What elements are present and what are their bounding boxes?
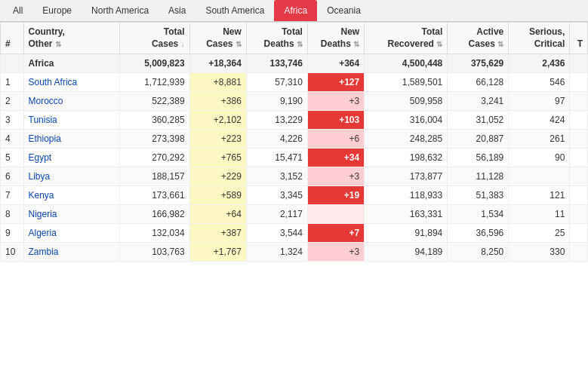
cell-serious — [509, 167, 570, 186]
col-total-recovered[interactable]: TotalRecovered ⇅ — [365, 23, 448, 54]
cell-country[interactable]: Kenya — [23, 186, 119, 205]
cell-total-deaths: 4,226 — [246, 130, 307, 149]
covid-table: # Country,Other ⇅ TotalCases ↓ NewCases … — [0, 22, 588, 262]
table-row: 7Kenya173,661+5893,345+19118,93351,38312… — [1, 186, 588, 205]
tab-africa[interactable]: Africa — [274, 0, 317, 21]
col-new-cases[interactable]: NewCases ⇅ — [189, 23, 246, 54]
cell-total-recovered: 118,933 — [365, 186, 448, 205]
cell-t — [570, 205, 588, 224]
cell-total-deaths: 3,345 — [246, 186, 307, 205]
cell-country[interactable]: Egypt — [23, 149, 119, 167]
cell-country[interactable]: South Africa — [23, 73, 119, 92]
cell-t — [570, 243, 588, 262]
table-row: 9Algeria132,034+3873,544+791,89436,59625 — [1, 224, 588, 243]
cell-t — [570, 111, 588, 130]
cell-country[interactable]: Nigeria — [23, 205, 119, 224]
cell-serious: 261 — [509, 130, 570, 149]
cell-country[interactable]: Morocco — [23, 92, 119, 111]
cell-total-recovered: 91,894 — [365, 224, 448, 243]
cell-new-deaths: +6 — [307, 130, 364, 149]
summary-label: Africa — [23, 54, 119, 73]
cell-active-cases: 11,128 — [448, 167, 509, 186]
summary-new-deaths: +364 — [307, 54, 364, 73]
cell-total-recovered: 509,958 — [365, 92, 448, 111]
cell-t — [570, 186, 588, 205]
cell-serious: 424 — [509, 111, 570, 130]
col-active-cases[interactable]: ActiveCases ⇅ — [448, 23, 509, 54]
cell-t — [570, 73, 588, 92]
summary-total-recovered: 4,500,448 — [365, 54, 448, 73]
cell-total-deaths: 15,471 — [246, 149, 307, 167]
cell-country[interactable]: Ethiopia — [23, 130, 119, 149]
cell-new-deaths: +3 — [307, 92, 364, 111]
cell-total-cases: 360,285 — [119, 111, 189, 130]
cell-total-recovered: 173,877 — [365, 167, 448, 186]
cell-total-deaths: 1,324 — [246, 243, 307, 262]
cell-total-deaths: 3,544 — [246, 224, 307, 243]
tab-asia[interactable]: Asia — [159, 0, 195, 21]
cell-new-cases: +765 — [189, 149, 246, 167]
cell-country[interactable]: Libya — [23, 167, 119, 186]
summary-active-cases: 375,629 — [448, 54, 509, 73]
tab-all[interactable]: All — [3, 0, 32, 21]
cell-total-recovered: 163,331 — [365, 205, 448, 224]
col-new-deaths[interactable]: NewDeaths ⇅ — [307, 23, 364, 54]
cell-country[interactable]: Tunisia — [23, 111, 119, 130]
col-total-cases[interactable]: TotalCases ↓ — [119, 23, 189, 54]
cell-new-cases: +387 — [189, 224, 246, 243]
cell-rank: 5 — [1, 149, 24, 167]
cell-total-cases: 166,982 — [119, 205, 189, 224]
cell-rank: 1 — [1, 73, 24, 92]
cell-country[interactable]: Algeria — [23, 224, 119, 243]
cell-total-cases: 1,712,939 — [119, 73, 189, 92]
cell-total-cases: 173,661 — [119, 186, 189, 205]
tab-south-america[interactable]: South America — [195, 0, 274, 21]
cell-t — [570, 130, 588, 149]
cell-t — [570, 224, 588, 243]
cell-total-cases: 132,034 — [119, 224, 189, 243]
summary-total-deaths: 133,746 — [246, 54, 307, 73]
cell-total-recovered: 316,004 — [365, 111, 448, 130]
cell-new-cases: +386 — [189, 92, 246, 111]
col-t: T — [570, 23, 588, 54]
cell-total-deaths: 9,190 — [246, 92, 307, 111]
cell-active-cases: 8,250 — [448, 243, 509, 262]
cell-total-recovered: 198,632 — [365, 149, 448, 167]
cell-rank: 9 — [1, 224, 24, 243]
cell-t — [570, 149, 588, 167]
cell-rank: 2 — [1, 92, 24, 111]
table-row: 8Nigeria166,982+642,117163,3311,53411 — [1, 205, 588, 224]
col-country: Country,Other ⇅ — [23, 23, 119, 54]
cell-active-cases: 20,887 — [448, 130, 509, 149]
cell-new-cases: +2,102 — [189, 111, 246, 130]
col-rank: # — [1, 23, 24, 54]
table-row: 5Egypt270,292+76515,471+34198,63256,1899… — [1, 149, 588, 167]
tab-oceania[interactable]: Oceania — [317, 0, 371, 21]
cell-serious: 546 — [509, 73, 570, 92]
cell-active-cases: 3,241 — [448, 92, 509, 111]
cell-total-recovered: 94,189 — [365, 243, 448, 262]
cell-total-cases: 103,763 — [119, 243, 189, 262]
tab-north-america[interactable]: North America — [82, 0, 159, 21]
cell-active-cases: 56,189 — [448, 149, 509, 167]
cell-active-cases: 36,596 — [448, 224, 509, 243]
cell-new-cases: +589 — [189, 186, 246, 205]
cell-new-deaths: +3 — [307, 167, 364, 186]
cell-active-cases: 51,383 — [448, 186, 509, 205]
cell-new-deaths: +34 — [307, 149, 364, 167]
tab-europe[interactable]: Europe — [32, 0, 82, 21]
cell-new-deaths: +127 — [307, 73, 364, 92]
cell-total-deaths: 2,117 — [246, 205, 307, 224]
summary-serious: 2,436 — [509, 54, 570, 73]
cell-rank: 3 — [1, 111, 24, 130]
summary-t — [570, 54, 588, 73]
col-serious[interactable]: Serious,Critical — [509, 23, 570, 54]
cell-rank: 8 — [1, 205, 24, 224]
table-row: 3Tunisia360,285+2,10213,229+103316,00431… — [1, 111, 588, 130]
summary-total-cases: 5,009,823 — [119, 54, 189, 73]
col-total-deaths[interactable]: TotalDeaths ⇅ — [246, 23, 307, 54]
cell-rank: 7 — [1, 186, 24, 205]
cell-total-recovered: 248,285 — [365, 130, 448, 149]
cell-country[interactable]: Zambia — [23, 243, 119, 262]
cell-total-cases: 273,398 — [119, 130, 189, 149]
